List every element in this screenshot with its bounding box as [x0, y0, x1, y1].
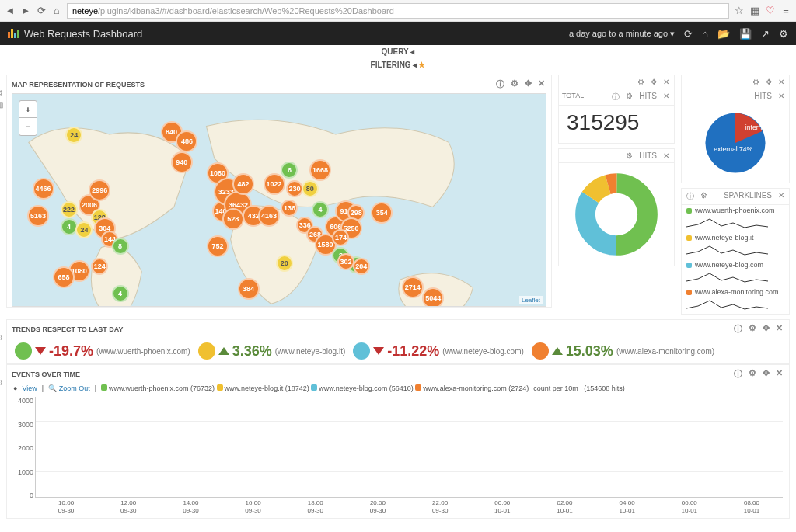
- close-icon[interactable]: ✕: [774, 323, 784, 335]
- map-marker[interactable]: 482: [232, 173, 254, 195]
- settings-icon[interactable]: ⚙: [779, 28, 788, 40]
- move-icon[interactable]: ✥: [761, 368, 771, 380]
- trend-item: -11.22%(www.neteye-blog.com): [353, 342, 524, 360]
- home-dash-icon[interactable]: ⌂: [702, 28, 708, 40]
- timerange-selector[interactable]: a day ago to a minute ago ▾: [569, 29, 675, 39]
- panel-add-icon[interactable]: ▥: [0, 100, 3, 109]
- zoom-control: + −: [19, 100, 37, 136]
- back-icon[interactable]: ◄: [5, 5, 16, 16]
- move-icon[interactable]: ✥: [761, 323, 771, 335]
- map-marker[interactable]: 204: [353, 258, 370, 275]
- map-marker[interactable]: 384: [238, 278, 260, 300]
- menu-icon[interactable]: ≡: [780, 5, 791, 16]
- map-marker[interactable]: 24: [65, 127, 82, 144]
- map-marker[interactable]: 20: [276, 255, 293, 272]
- gear-icon[interactable]: ⚙: [509, 78, 520, 90]
- map-marker[interactable]: 4: [112, 285, 129, 302]
- close-icon[interactable]: ✕: [777, 78, 786, 86]
- gear-icon[interactable]: ⚙: [747, 368, 758, 380]
- map-panel: ˅ ⚙ ▥ MAP REPRESENTATION OF REQUESTS ⓘ ⚙…: [6, 75, 552, 308]
- filtering-row[interactable]: FILTERING ◂★: [0, 58, 796, 71]
- move-icon[interactable]: ✥: [764, 78, 773, 86]
- map-marker[interactable]: 302: [337, 253, 354, 270]
- save-icon[interactable]: 💾: [739, 28, 752, 40]
- total-hits-panel: ⚙✥✕ TOTAL ⓘ⚙HITS✕ 315295: [558, 75, 675, 144]
- map-marker[interactable]: 1668: [309, 159, 331, 181]
- events-legend: ●View | 🔍 Zoom Out | www.wuerth-phoenix.…: [7, 383, 789, 394]
- zoom-out-button[interactable]: −: [19, 118, 37, 135]
- map-marker[interactable]: 354: [371, 202, 393, 224]
- map-marker[interactable]: 5163: [27, 205, 49, 227]
- map-marker[interactable]: 752: [207, 235, 229, 257]
- reload-icon[interactable]: ⟳: [36, 5, 47, 16]
- share-icon[interactable]: ↗: [761, 28, 770, 40]
- map-marker[interactable]: 528: [222, 208, 244, 230]
- close-icon[interactable]: ✕: [662, 78, 671, 86]
- close-icon[interactable]: ✕: [774, 368, 784, 380]
- map-marker[interactable]: 124: [91, 258, 108, 275]
- map-marker[interactable]: 5044: [422, 287, 444, 307]
- panel-settings-icon[interactable]: ⚙: [0, 378, 3, 387]
- map-marker[interactable]: 4: [61, 218, 78, 235]
- map-marker[interactable]: 4: [312, 201, 329, 218]
- map-marker[interactable]: 1022: [264, 173, 285, 195]
- ext2-icon[interactable]: ♡: [765, 5, 776, 16]
- map-marker[interactable]: 222: [61, 201, 78, 218]
- gear-icon[interactable]: ⚙: [624, 151, 634, 160]
- map-marker[interactable]: 174: [332, 229, 349, 246]
- open-icon[interactable]: 📂: [717, 28, 730, 40]
- info-icon[interactable]: ⓘ: [494, 78, 506, 90]
- map-marker[interactable]: 4466: [33, 178, 54, 200]
- ext1-icon[interactable]: ▦: [749, 5, 760, 16]
- map-marker[interactable]: 486: [176, 130, 197, 152]
- gear-icon[interactable]: ⚙: [624, 92, 634, 103]
- view-link[interactable]: View: [22, 384, 37, 392]
- panel-settings-icon[interactable]: ⚙: [0, 333, 3, 342]
- map-marker[interactable]: 8: [112, 238, 129, 255]
- logo-icon: [8, 29, 19, 38]
- info-icon[interactable]: ⓘ: [610, 92, 621, 103]
- close-icon[interactable]: ✕: [662, 151, 671, 160]
- map-marker[interactable]: 2996: [89, 179, 110, 201]
- zoom-in-button[interactable]: +: [19, 101, 37, 118]
- info-icon[interactable]: ⓘ: [685, 191, 696, 202]
- info-icon[interactable]: ⓘ: [732, 368, 744, 380]
- gear-icon[interactable]: ⚙: [747, 323, 758, 335]
- map-marker[interactable]: 6: [281, 162, 298, 179]
- query-row[interactable]: QUERY ◂: [0, 45, 796, 58]
- events-chart[interactable]: 40003000200010000 10:0009-3012:0009-3014…: [7, 394, 789, 518]
- panel-collapse-icon[interactable]: ˅: [0, 77, 3, 85]
- panel-settings-icon[interactable]: ⚙: [0, 89, 3, 97]
- close-icon[interactable]: ✕: [662, 92, 671, 103]
- map[interactable]: + − 244466516322220062996424128304144108…: [12, 93, 546, 307]
- map-marker[interactable]: 4163: [258, 205, 280, 227]
- map-marker[interactable]: 80: [302, 180, 319, 197]
- move-icon[interactable]: ✥: [523, 78, 533, 90]
- gear-icon[interactable]: ⚙: [636, 78, 646, 86]
- close-icon[interactable]: ✕: [536, 78, 546, 90]
- refresh-icon[interactable]: ⟳: [684, 28, 693, 40]
- map-marker[interactable]: 136: [281, 200, 298, 217]
- total-label: TOTAL: [562, 92, 584, 103]
- map-marker[interactable]: 230: [286, 180, 303, 197]
- gear-icon[interactable]: ⚙: [699, 191, 709, 202]
- svg-text:external 74%: external 74%: [714, 145, 752, 153]
- move-icon[interactable]: ✥: [649, 78, 658, 86]
- leaflet-attribution[interactable]: Leaflet: [519, 296, 543, 304]
- close-icon[interactable]: ✕: [777, 191, 786, 202]
- close-icon[interactable]: ✕: [777, 92, 786, 100]
- sparkline-item: www.neteye-blog.com: [682, 259, 789, 287]
- map-marker[interactable]: 658: [53, 266, 75, 288]
- gear-icon[interactable]: ⚙: [751, 78, 761, 86]
- home-icon[interactable]: ⌂: [51, 5, 62, 16]
- panel-collapse-icon[interactable]: ˅: [0, 367, 3, 375]
- panel-collapse-icon[interactable]: ˅: [0, 322, 3, 330]
- bookmark-icon[interactable]: ☆: [734, 5, 745, 16]
- map-marker[interactable]: 24: [75, 221, 93, 238]
- info-icon[interactable]: ⓘ: [732, 323, 744, 335]
- map-marker[interactable]: 2714: [402, 276, 424, 298]
- zoom-out-link[interactable]: 🔍 Zoom Out: [48, 384, 90, 392]
- url-input[interactable]: neteye/plugins/kibana3/#/dashboard/elast…: [67, 3, 729, 19]
- map-marker[interactable]: 940: [171, 151, 193, 173]
- forward-icon[interactable]: ►: [20, 5, 31, 16]
